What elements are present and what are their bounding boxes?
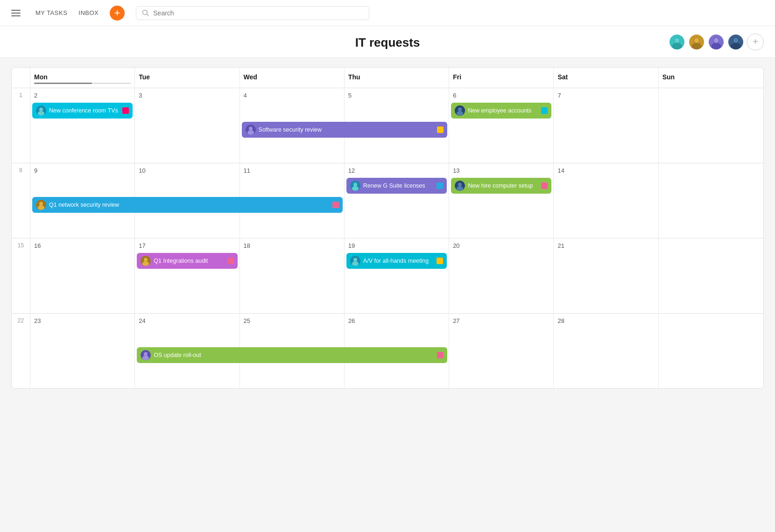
svg-line-1 — [147, 14, 149, 16]
event-checkbox[interactable] — [437, 126, 444, 133]
svg-point-15 — [39, 108, 43, 112]
cal-cell-mon-2: 2 New conference room TVs — [30, 88, 135, 163]
svg-point-16 — [38, 111, 44, 116]
cal-cell-fri-27: 27 — [449, 314, 554, 388]
week-number-8: 8 — [12, 163, 30, 238]
page-title: IT requests — [0, 35, 775, 50]
day-header-tue: Tue — [135, 68, 240, 88]
search-bar[interactable] — [136, 6, 369, 20]
svg-point-40 — [142, 356, 149, 360]
cal-cell-thu-19: 19 A/V for all-hands meeting — [345, 238, 449, 313]
svg-point-22 — [247, 130, 254, 135]
cal-cell-sat-14: 14 — [554, 163, 658, 238]
week-4: 22 23 24 25 26 27 — [12, 314, 763, 388]
event-avatar — [455, 181, 465, 191]
event-checkbox[interactable] — [437, 182, 443, 189]
week-number-15: 15 — [12, 238, 30, 313]
cal-cell-thu-12: 12 Renew G Suite licenses — [345, 163, 449, 238]
day-header-thu: Thu — [345, 68, 449, 88]
svg-point-31 — [38, 205, 44, 210]
event-new-employee-accounts[interactable]: New employee accounts — [451, 103, 551, 119]
hamburger-menu[interactable] — [7, 6, 24, 20]
svg-point-6 — [691, 42, 701, 49]
avatar-3[interactable] — [708, 34, 725, 50]
cal-cell-fri-20: 20 — [449, 238, 554, 313]
event-label: Q1 Integrations audit — [154, 258, 224, 264]
event-checkbox[interactable] — [541, 182, 548, 189]
cal-cell-sun-4 — [659, 314, 763, 388]
cal-cell-sat-28: 28 — [554, 314, 658, 388]
avatar-4[interactable] — [727, 34, 744, 50]
cal-cell-mon-23: 23 — [30, 314, 135, 388]
svg-point-33 — [144, 258, 148, 262]
svg-point-28 — [457, 186, 463, 191]
event-label: Software security review — [259, 126, 435, 133]
svg-point-18 — [458, 108, 462, 112]
event-q1-network-security[interactable]: Q1 network security review — [32, 197, 343, 213]
week-number-1: 1 — [12, 88, 30, 163]
week-number-22: 22 — [12, 314, 30, 388]
event-new-hire-computer[interactable]: New hire computer setup — [451, 178, 551, 194]
svg-point-34 — [142, 261, 149, 266]
event-checkbox[interactable] — [541, 107, 548, 114]
search-icon — [142, 9, 149, 17]
svg-point-4 — [675, 38, 680, 43]
event-checkbox[interactable] — [437, 352, 444, 358]
svg-point-12 — [731, 42, 740, 49]
event-label: OS update roll-out — [154, 352, 434, 358]
inbox-link[interactable]: INBOX — [78, 7, 99, 18]
cal-cell-wed-18: 18 — [240, 238, 345, 313]
svg-point-19 — [457, 111, 463, 116]
event-checkbox[interactable] — [122, 107, 129, 114]
event-renew-gsuite[interactable]: Renew G Suite licenses — [346, 178, 447, 194]
event-avatar — [141, 256, 151, 266]
event-av-allhands[interactable]: A/V for all-hands meeting — [346, 253, 447, 269]
event-label: A/V for all-hands meeting — [363, 258, 434, 264]
event-q1-integrations[interactable]: Q1 Integrations audit — [137, 253, 237, 269]
cal-cell-tue-3: 3 — [135, 88, 240, 163]
svg-point-36 — [353, 258, 357, 262]
svg-point-10 — [714, 38, 719, 43]
calendar-header: Mon Tue Wed Thu Fri Sat Sun — [12, 68, 763, 88]
day-header-wed: Wed — [240, 68, 345, 88]
event-new-conference-room[interactable]: New conference room TVs — [32, 103, 133, 119]
week-3: 15 16 17 Q1 Integrations audit — [12, 238, 763, 314]
cal-cell-sun — [659, 88, 763, 163]
svg-point-24 — [353, 183, 357, 187]
cal-cell-tue-17: 17 Q1 Integrations audit — [135, 238, 240, 313]
add-button[interactable]: + — [110, 6, 125, 21]
event-checkbox[interactable] — [437, 258, 443, 264]
event-avatar — [36, 200, 46, 210]
cal-cell-mon-16: 16 — [30, 238, 135, 313]
event-checkbox[interactable] — [332, 202, 339, 208]
week-2: 8 9 10 11 12 — [12, 163, 763, 238]
event-os-update[interactable]: OS update roll-out — [137, 347, 447, 363]
svg-point-37 — [352, 261, 359, 266]
day-header-sat: Sat — [554, 68, 658, 88]
event-label: Renew G Suite licenses — [363, 182, 434, 189]
event-label: Q1 network security review — [49, 202, 330, 208]
event-avatar — [455, 105, 465, 116]
svg-point-27 — [458, 183, 462, 187]
avatar-2[interactable] — [688, 34, 705, 50]
event-avatar — [141, 350, 151, 360]
event-software-security-review[interactable]: Software security review — [242, 122, 448, 138]
search-input[interactable] — [153, 9, 363, 17]
svg-point-25 — [352, 186, 359, 191]
calendar: Mon Tue Wed Thu Fri Sat Sun 1 2 — [11, 67, 764, 389]
event-avatar — [350, 181, 360, 191]
svg-point-13 — [733, 38, 739, 43]
event-avatar — [36, 105, 46, 116]
cal-cell-sat-21: 21 — [554, 238, 658, 313]
calendar-wrapper: Mon Tue Wed Thu Fri Sat Sun 1 2 — [0, 58, 775, 398]
svg-point-3 — [672, 42, 682, 49]
my-tasks-link[interactable]: MY TASKS — [35, 7, 67, 18]
avatar-1[interactable] — [669, 34, 685, 50]
top-navigation: MY TASKS INBOX + — [0, 0, 775, 26]
cal-cell-sun-2 — [659, 163, 763, 238]
add-collaborator-button[interactable]: + — [747, 34, 764, 50]
collaborators-avatars: + — [669, 34, 764, 50]
page-header: IT requests + — [0, 26, 775, 58]
event-label: New hire computer setup — [468, 182, 538, 189]
event-checkbox[interactable] — [227, 258, 234, 264]
